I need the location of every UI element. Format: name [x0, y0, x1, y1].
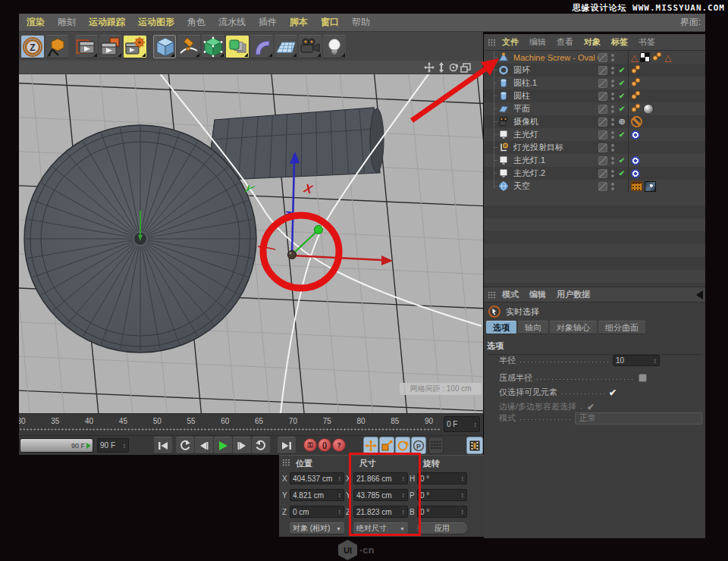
- spinner-icon[interactable]: ↕: [402, 475, 406, 482]
- object-row[interactable]: 圆柱.1✔: [484, 77, 705, 89]
- enabled-check-icon[interactable]: ✔: [616, 66, 628, 74]
- layer-toggle-icon[interactable]: [598, 143, 607, 152]
- object-row[interactable]: 圆柱✔: [484, 89, 705, 102]
- object-name[interactable]: 主光灯: [513, 129, 598, 140]
- enabled-check-icon[interactable]: ✔: [616, 105, 628, 113]
- visibility-dots-icon[interactable]: [610, 118, 616, 126]
- object-row[interactable]: 平面✔: [484, 102, 705, 115]
- layer-toggle-icon[interactable]: [598, 92, 607, 101]
- tab-细分曲面[interactable]: 细分曲面: [598, 321, 645, 334]
- object-row[interactable]: 圆环✔: [484, 64, 705, 77]
- viewport[interactable]: XYZ 网格间距 : 100 cm: [19, 61, 483, 413]
- target-tag-icon[interactable]: [631, 156, 640, 165]
- zoom-view-icon[interactable]: [436, 62, 447, 73]
- cylinder-object-icon[interactable]: [498, 77, 510, 89]
- menu-5[interactable]: 角色: [187, 16, 206, 29]
- go-start-button[interactable]: [154, 437, 172, 454]
- om-menu-2[interactable]: 编辑: [529, 36, 546, 48]
- menu-1[interactable]: 渲染: [27, 16, 45, 29]
- object-row[interactable]: 摄像机⊕: [484, 115, 705, 128]
- mode-select[interactable]: 正常: [575, 412, 702, 425]
- enabled-check-icon[interactable]: ✔: [616, 169, 628, 177]
- scale-tool-button[interactable]: [379, 437, 394, 454]
- coords-grip-icon[interactable]: [282, 459, 290, 466]
- render-picture-viewer-button[interactable]: [99, 35, 122, 58]
- om-menu-3[interactable]: 查看: [557, 36, 573, 48]
- om-menu-6[interactable]: 书签: [639, 36, 655, 48]
- sweep-generator-button[interactable]: [226, 35, 249, 58]
- collapse-arrow-icon[interactable]: [696, 290, 703, 299]
- radius-field[interactable]: 10↕: [613, 355, 660, 366]
- phong-tag-icon[interactable]: [631, 64, 641, 77]
- coord-field-旋转-H[interactable]: 0 °↕: [417, 472, 467, 484]
- spinner-icon[interactable]: ↕: [461, 491, 465, 499]
- visibility-dots-icon[interactable]: [610, 183, 616, 190]
- om-menu-4[interactable]: 对象: [584, 36, 601, 48]
- coord-field-位置-Y[interactable]: 4.821 cm↕: [290, 489, 344, 501]
- coord-field-旋转-P[interactable]: 0 °↕: [417, 489, 467, 501]
- spinner-icon[interactable]: ↕: [474, 421, 478, 428]
- spinner-icon[interactable]: ↕: [338, 508, 342, 516]
- film-strip-button[interactable]: [466, 437, 483, 454]
- menu-9[interactable]: 窗口: [321, 16, 339, 29]
- screw-object-icon[interactable]: [498, 52, 510, 63]
- record-options-button[interactable]: ?: [332, 438, 346, 452]
- phong-tag-icon[interactable]: [631, 89, 641, 103]
- cylinder-object-icon[interactable]: [498, 90, 510, 102]
- light-object-icon[interactable]: [498, 168, 510, 179]
- enabled-check-icon[interactable]: ✔: [616, 92, 628, 100]
- coords-p-button[interactable]: P: [411, 437, 426, 454]
- enabled-check-icon[interactable]: ✔: [616, 156, 628, 165]
- null-object-icon[interactable]: 0: [498, 142, 510, 153]
- visibility-dots-icon[interactable]: [610, 105, 616, 113]
- phong-tag-icon[interactable]: [631, 77, 641, 90]
- spinner-icon[interactable]: ↕: [461, 475, 465, 482]
- spinner-icon[interactable]: ↕: [338, 491, 342, 499]
- coord-field-尺寸-X[interactable]: 21.866 cm↕: [353, 472, 408, 484]
- target-tag-icon[interactable]: [631, 169, 640, 178]
- spinner-icon[interactable]: ↕: [402, 508, 406, 516]
- object-name[interactable]: 天空: [513, 180, 598, 192]
- render-settings-button[interactable]: [124, 35, 146, 58]
- layer-toggle-icon[interactable]: [598, 79, 607, 88]
- axis-tool-button[interactable]: [46, 35, 68, 58]
- menu-10[interactable]: 帮助: [352, 16, 370, 29]
- object-row[interactable]: 主光灯.2✔: [484, 167, 705, 180]
- enabled-check-icon[interactable]: ✔: [616, 130, 628, 139]
- play-forward-button[interactable]: [214, 437, 232, 454]
- layer-toggle-icon[interactable]: [598, 53, 607, 62]
- frame-slider[interactable]: 90 F: [20, 438, 93, 453]
- target-tag-icon[interactable]: [631, 130, 640, 139]
- visibility-dots-icon[interactable]: [610, 144, 616, 152]
- menu-4[interactable]: 运动图形: [138, 16, 174, 29]
- z-tool-button[interactable]: Z: [21, 35, 44, 58]
- object-name[interactable]: 摄像机: [513, 116, 598, 127]
- enabled-check-icon[interactable]: ✔: [616, 79, 628, 87]
- tab-轴向[interactable]: 轴向: [518, 321, 548, 334]
- go-end-button[interactable]: [278, 437, 296, 454]
- menu-8[interactable]: 脚本: [290, 16, 308, 29]
- circle-object-icon[interactable]: [498, 64, 510, 76]
- object-row[interactable]: Machine Screw - Oval 01△△: [484, 51, 705, 64]
- om-menu-5[interactable]: 标签: [611, 36, 628, 48]
- render-tag-icon[interactable]: △: [664, 53, 671, 62]
- checkmark-icon[interactable]: ✔: [587, 402, 595, 412]
- texture-tag-icon[interactable]: [645, 181, 656, 192]
- coord-field-旋转-B[interactable]: 0 °↕: [417, 506, 467, 518]
- phong-tag-icon[interactable]: [652, 51, 662, 64]
- plane-object-icon[interactable]: [498, 103, 510, 114]
- am-menu-2[interactable]: 编辑: [529, 289, 546, 300]
- menu-2[interactable]: 雕刻: [58, 16, 76, 29]
- layer-toggle-icon[interactable]: [598, 118, 607, 127]
- panel-grip-icon[interactable]: [488, 291, 496, 299]
- record-autokey-button[interactable]: (): [318, 438, 331, 452]
- coord-field-位置-Z[interactable]: 0 cm↕: [290, 506, 344, 518]
- dots-grid-button[interactable]: [428, 437, 444, 454]
- rotate-tool-button[interactable]: [395, 437, 410, 454]
- spinner-icon[interactable]: ↕: [461, 508, 465, 516]
- object-name[interactable]: 圆环: [513, 64, 598, 76]
- render-view-button[interactable]: [75, 35, 98, 58]
- object-row[interactable]: 0灯光投射目标: [484, 141, 705, 154]
- coords-mode-dropdown[interactable]: 对象 (相对)▼: [290, 522, 344, 534]
- model-disc[interactable]: [24, 125, 256, 353]
